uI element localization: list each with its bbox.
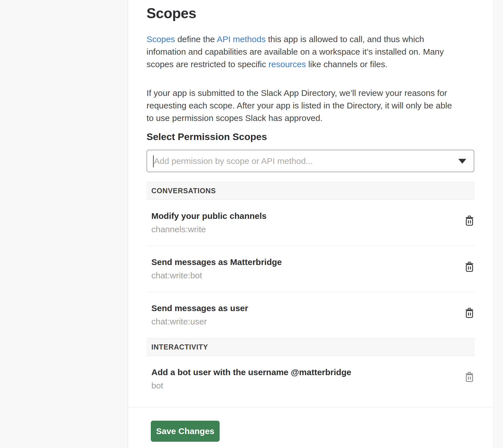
scopes-link[interactable]: Scopes [147,34,175,44]
scope-code: chat:write:user [151,317,458,327]
scope-row-channels-write: Modify your public channels channels:wri… [147,200,475,246]
trash-icon [465,262,474,272]
scope-name: Send messages as user [151,303,458,313]
left-sidebar [0,0,128,448]
remove-scope-button[interactable] [465,308,474,318]
paragraph-line: infomation and capabilities are availabl… [147,46,475,58]
scope-name: Add a bot user with the username @matter… [151,367,458,377]
page-title: Scopes [147,0,475,22]
save-changes-button[interactable]: Save Changes [151,421,220,442]
scope-search-box[interactable] [147,150,474,172]
api-methods-link[interactable]: API methods [217,34,266,44]
trash-icon [465,308,474,318]
section-header-interactivity: INTERACTIVITY [147,338,475,356]
scope-code: bot [151,381,458,391]
scope-code: channels:write [151,224,458,235]
select-permission-scopes-heading: Select Permission Scopes [147,131,475,143]
scope-code: chat:write:bot [151,270,458,281]
scope-row-chat-write-bot: Send messages as Matterbridge chat:write… [147,246,475,292]
interactivity-scope-list: Add a bot user with the username @matter… [147,356,475,402]
save-footer: Save Changes [128,407,493,448]
paragraph-line: scopes are restricted to specific resour… [147,58,475,71]
paragraph-line: Scopes define the API methods this app i… [147,33,475,46]
remove-scope-button[interactable] [465,372,474,383]
directory-review-description: If your app is submitted to the Slack Ap… [147,87,475,124]
paragraph-line: If your app is submitted to the Slack Ap… [147,87,475,99]
trash-icon [465,372,474,383]
right-gutter [493,0,503,448]
text-cursor [153,155,154,167]
remove-scope-button[interactable] [465,262,474,272]
trash-icon [465,215,474,226]
paragraph-text: scopes are restricted to specific [147,59,269,69]
paragraph-line: to use permission scopes Slack has appro… [147,112,475,124]
scope-search-input[interactable] [147,150,455,172]
remove-scope-button[interactable] [465,215,474,226]
conversations-scope-list: Modify your public channels channels:wri… [147,200,475,338]
section-header-conversations: CONVERSATIONS [147,182,475,200]
resources-link[interactable]: resources [269,59,306,69]
chevron-down-icon[interactable] [458,159,466,164]
paragraph-text: this app is allowed to call, and thus wh… [266,34,424,44]
paragraph-text: define the [175,34,217,44]
scope-name: Send messages as Matterbridge [151,257,458,267]
scopes-description: Scopes define the API methods this app i… [147,33,475,71]
scope-row-chat-write-user: Send messages as user chat:write:user [147,292,475,338]
scope-name: Modify your public channels [151,211,458,221]
scopes-panel: Scopes Scopes define the API methods thi… [128,0,493,448]
scope-row-bot: Add a bot user with the username @matter… [147,356,475,402]
paragraph-line: requesting each scope. After your app is… [147,99,475,112]
paragraph-text: like channels or files. [306,59,387,69]
